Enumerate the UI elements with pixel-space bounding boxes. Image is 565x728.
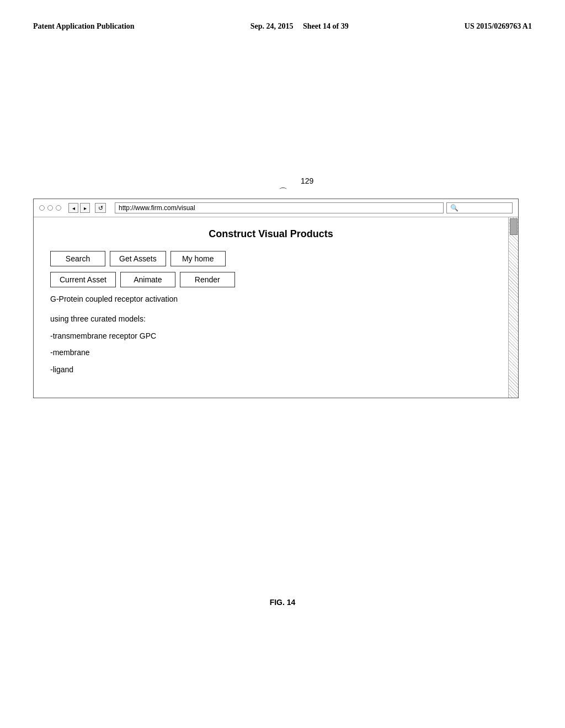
patent-header-center: Sep. 24, 2015 Sheet 14 of 39 xyxy=(250,22,349,31)
search-icon: 🔍 xyxy=(450,204,459,212)
browser-window: ◂ ▸ ↺ 🔍 Construct Visual Products Search… xyxy=(33,199,519,398)
back-button[interactable]: ◂ xyxy=(68,203,78,213)
traffic-light-close[interactable] xyxy=(39,205,45,211)
back-icon: ◂ xyxy=(72,205,75,211)
page-title: Construct Visual Products xyxy=(50,228,492,240)
traffic-light-maximize[interactable] xyxy=(56,205,61,211)
refresh-icon: ↺ xyxy=(98,205,103,212)
url-bar[interactable] xyxy=(115,202,444,213)
forward-icon: ▸ xyxy=(84,205,87,211)
traffic-lights xyxy=(39,205,61,211)
browser-body: Construct Visual Products Search Get Ass… xyxy=(34,217,508,398)
description-line-3: -ligand xyxy=(50,363,492,376)
browser-nav-buttons: ◂ ▸ xyxy=(68,203,90,213)
traffic-light-minimize[interactable] xyxy=(47,205,53,211)
browser-titlebar: ◂ ▸ ↺ 🔍 xyxy=(34,199,518,217)
patent-number: US 2015/0269763 A1 xyxy=(465,22,532,31)
description-line-0: using three curated models: xyxy=(50,313,492,325)
bottom-spacer xyxy=(50,376,492,387)
refresh-button[interactable]: ↺ xyxy=(95,203,106,213)
get-assets-button[interactable]: Get Assets xyxy=(110,251,166,266)
patent-header-left: Patent Application Publication xyxy=(33,22,135,31)
description-line-1: -transmembrane receptor GPC xyxy=(50,330,492,342)
figure-label-129: 129 xyxy=(301,176,313,185)
forward-button[interactable]: ▸ xyxy=(80,203,90,213)
button-row-1: Search Get Assets My home xyxy=(50,251,492,266)
browser-body-wrapper: Construct Visual Products Search Get Ass… xyxy=(34,217,518,398)
animate-button[interactable]: Animate xyxy=(120,272,175,287)
description-line-2: -membrane xyxy=(50,346,492,358)
publication-date: Sep. 24, 2015 xyxy=(250,22,294,30)
render-button[interactable]: Render xyxy=(180,272,235,287)
my-home-button[interactable]: My home xyxy=(170,251,226,266)
asset-title: G-Protein coupled receptor activation xyxy=(50,293,492,305)
browser-search-bar[interactable]: 🔍 xyxy=(446,202,513,213)
button-row-2: Current Asset Animate Render xyxy=(50,272,492,287)
current-asset-button[interactable]: Current Asset xyxy=(50,272,116,287)
sheet-info: Sheet 14 of 39 xyxy=(303,22,349,30)
scrollbar[interactable] xyxy=(508,217,518,398)
description-block: using three curated models: -transmembra… xyxy=(50,313,492,376)
scrollbar-thumb[interactable] xyxy=(510,218,518,235)
figure-arrow: ⌒ xyxy=(279,186,287,198)
search-button[interactable]: Search xyxy=(50,251,105,266)
patent-header: Patent Application Publication Sep. 24, … xyxy=(0,0,565,42)
fig-caption: FIG. 14 xyxy=(0,598,565,607)
